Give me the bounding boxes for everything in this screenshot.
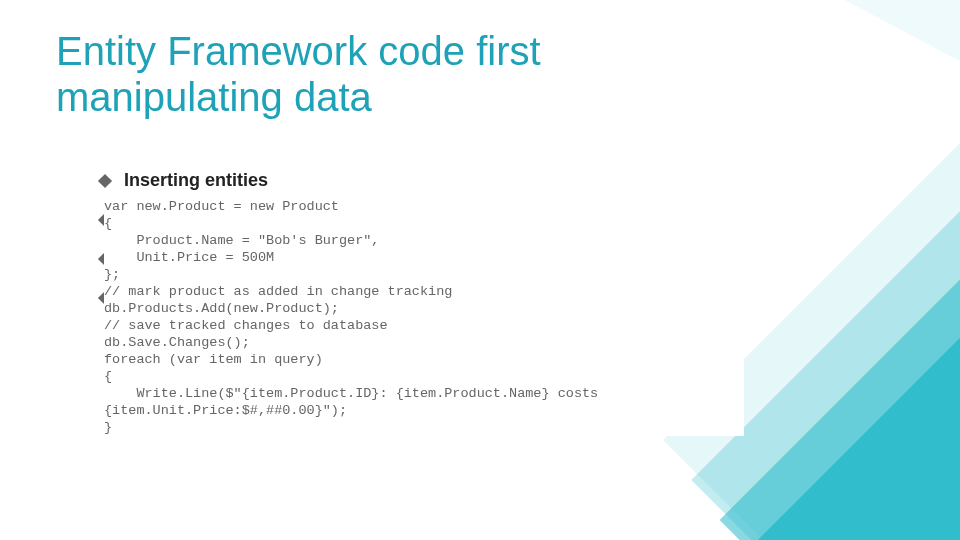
slide-title: Entity Framework code first manipulating…: [56, 28, 541, 120]
title-line-2: manipulating data: [56, 75, 372, 119]
code-snippet: var new.Product = new Product { Product.…: [104, 198, 744, 436]
title-line-1: Entity Framework code first: [56, 29, 541, 73]
bullet-inserting: Inserting entities: [100, 170, 268, 191]
slide: Entity Framework code first manipulating…: [0, 0, 960, 540]
bullet-text: Inserting entities: [124, 170, 268, 191]
